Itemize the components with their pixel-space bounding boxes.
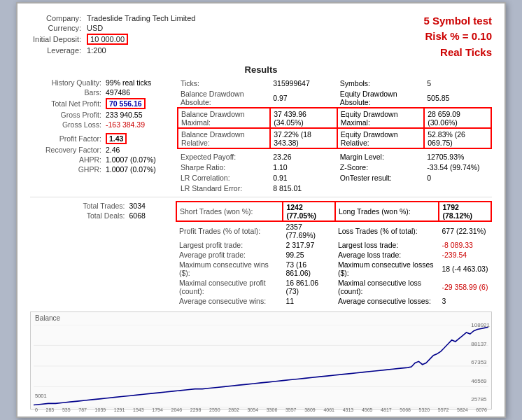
- y-axis-labels: 108921 88137 67353 46569 25785: [471, 322, 490, 402]
- x-5572: 5572: [438, 407, 449, 412]
- y-min-label: 5001: [35, 393, 47, 399]
- largest-loss-label: Largest loss trade:: [335, 240, 439, 250]
- lower-right: Short Trades (won %): 1242 (77.05%) Long…: [176, 201, 492, 306]
- currency-value: USD: [84, 23, 198, 33]
- x-3306: 3306: [267, 407, 278, 412]
- short-trades-label: Short Trades (won %):: [176, 202, 283, 221]
- loss-trades-label: Loss Trades (% of total):: [335, 221, 439, 240]
- recovery-factor-value: 2.46: [104, 145, 170, 155]
- margin-level-value: 12705.93%: [424, 151, 491, 162]
- y-label-3: 67353: [471, 359, 490, 365]
- x-5320: 5320: [419, 407, 430, 412]
- badge-line1: 5 Symbol test: [423, 13, 492, 29]
- total-deals-label: Total Deals:: [30, 211, 127, 220]
- badge-line2: Risk % = 0.10: [423, 29, 492, 45]
- header-left: Company: Tradeslide Trading Tech Limited…: [30, 13, 198, 55]
- net-profit-value: 70 556.16: [104, 97, 170, 110]
- max-consec-wins-label: Maximum consecutive wins ($):: [176, 260, 283, 278]
- balance-dd-abs-label: Balance Drawdown Absolute:: [178, 88, 270, 108]
- avg-loss-value: -239.54: [439, 250, 491, 260]
- balance-dd-rel-label: Balance Drawdown Relative:: [178, 128, 270, 148]
- net-profit-highlight: 70 556.16: [106, 98, 146, 109]
- lower-left: Total Trades: 3034 Total Deals: 6068: [30, 201, 170, 306]
- deposit-value: 10 000.00: [84, 33, 198, 46]
- equity-dd-rel-label: Equity Drawdown Relative:: [337, 128, 424, 148]
- avg-consec-wins-label: Average consecutive wins:: [176, 296, 283, 306]
- ahpr-label: AHPR:: [30, 155, 104, 164]
- equity-dd-max-label: Equity Drawdown Maximal:: [337, 108, 424, 128]
- profit-trades-label: Profit Trades (% of total):: [176, 221, 283, 240]
- x-3557: 3557: [285, 407, 297, 412]
- stats-section: History Quality: 99% real ticks Bars: 49…: [30, 78, 492, 193]
- equity-dd-max-value: 28 659.09 (30.06%): [424, 108, 491, 128]
- avg-consec-wins-value: 11: [283, 296, 335, 306]
- x-2046: 2046: [171, 407, 183, 412]
- largest-profit-value: 2 317.97: [283, 240, 335, 250]
- bars-label: Bars:: [30, 88, 104, 97]
- profit-factor-highlight: 1.43: [106, 133, 127, 144]
- margin-level-label: Margin Level:: [337, 151, 424, 162]
- x-0: 0: [35, 407, 38, 412]
- total-trades-value: 3034: [127, 201, 171, 211]
- ticks-label: Ticks:: [178, 78, 270, 88]
- avg-loss-label: Average loss trade:: [335, 250, 439, 260]
- x-787: 787: [78, 407, 87, 412]
- max-consec-wins-value: 73 (16 861.06): [283, 260, 335, 278]
- x-3809: 3809: [304, 407, 316, 412]
- symbols-label: Symbols:: [337, 78, 424, 88]
- x-1039: 1039: [95, 407, 106, 412]
- lr-corr-label: LR Correlation:: [178, 172, 270, 183]
- avg-consec-losses-value: 3: [439, 296, 491, 306]
- x-3054: 3054: [247, 407, 258, 412]
- ghpr-label: GHPR:: [30, 164, 104, 174]
- ontester-label: OnTester result:: [337, 172, 424, 183]
- ghpr-value: 1.0007 (0.07%): [104, 164, 170, 174]
- recovery-factor-label: Recovery Factor:: [30, 145, 104, 155]
- lr-std-value: 8 815.01: [270, 183, 491, 193]
- avg-consec-losses-label: Average consecutive losses:: [335, 296, 439, 306]
- max-consec-losses-label: Maximum consecutive losses ($):: [335, 260, 439, 278]
- z-score-value: -33.54 (99.74%): [424, 162, 491, 172]
- company-value: Tradeslide Trading Tech Limited: [84, 13, 198, 23]
- chart-area: Balance 108921 88137 67353 46569 25785 0…: [30, 312, 492, 410]
- currency-label: Currency:: [30, 23, 84, 33]
- y-label-5: 108921: [471, 322, 490, 328]
- gross-profit-value: 233 940.55: [104, 110, 170, 120]
- deposit-highlight: 10 000.00: [87, 34, 128, 45]
- leverage-label: Leverage:: [30, 46, 84, 55]
- results-title: Results: [30, 64, 492, 75]
- largest-profit-label: Largest profit trade:: [176, 240, 283, 250]
- max-consec-profit-value: 16 861.06 (73): [283, 278, 335, 296]
- y-label-4: 88137: [471, 341, 490, 347]
- leverage-value: 1:200: [84, 46, 198, 55]
- profit-trades-value: 2357 (77.69%): [283, 221, 335, 240]
- report-container: Company: Tradeslide Trading Tech Limited…: [16, 2, 506, 419]
- balance-dd-max-value: 37 439.96 (34.05%): [270, 108, 337, 128]
- largest-loss-value: -8 089.33: [439, 240, 491, 250]
- balance-dd-rel-value: 37.22% (18 343.38): [270, 128, 337, 148]
- badge-section: 5 Symbol test Risk % = 0.10 Real Ticks: [423, 13, 492, 61]
- bars-value: 497486: [104, 88, 170, 97]
- stats-right: Ticks: 315999647 Symbols: 5 Balance Draw…: [177, 78, 492, 193]
- x-5824: 5824: [457, 407, 468, 412]
- deposit-label: Initial Deposit:: [30, 33, 84, 46]
- max-consec-profit-label: Maximal consecutive profit (count):: [176, 278, 283, 296]
- equity-dd-abs-label: Equity Drawdown Absolute:: [337, 88, 424, 108]
- y-label-2: 46569: [471, 378, 490, 384]
- x-4817: 4817: [381, 407, 392, 412]
- chart-title: Balance: [35, 314, 60, 322]
- ahpr-value: 1.0007 (0.07%): [104, 155, 170, 164]
- stats-left: History Quality: 99% real ticks Bars: 49…: [30, 78, 170, 193]
- profit-factor-label: Profit Factor:: [30, 132, 104, 145]
- x-1794: 1794: [152, 407, 163, 412]
- equity-dd-abs-value: 505.85: [424, 88, 491, 108]
- short-trades-value: 1242 (77.05%): [283, 202, 335, 221]
- loss-trades-value: 677 (22.31%): [439, 221, 491, 240]
- sharpe-value: 1.10: [270, 162, 337, 172]
- equity-dd-rel-value: 52.83% (26 069.75): [424, 128, 491, 148]
- header-section: Company: Tradeslide Trading Tech Limited…: [30, 13, 492, 61]
- profit-factor-value: 1.43: [104, 132, 170, 145]
- max-consec-loss-label: Maximal consecutive loss (count):: [335, 278, 439, 296]
- sharpe-label: Sharpe Ratio:: [178, 162, 270, 172]
- x-4313: 4313: [343, 407, 354, 412]
